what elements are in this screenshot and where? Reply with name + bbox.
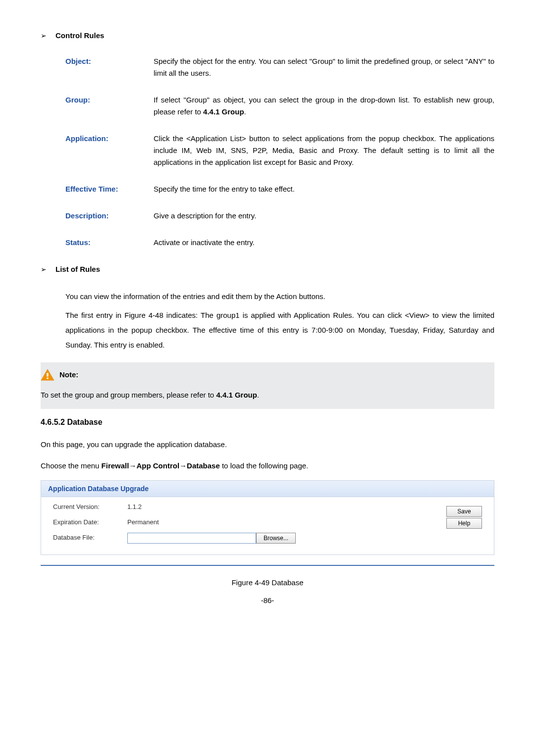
desc-status: Activate or inactivate the entry. xyxy=(154,237,494,249)
warning-icon xyxy=(41,368,54,381)
section-title: List of Rules xyxy=(55,263,100,275)
body2-bold: Firewall→App Control→Database xyxy=(102,461,220,470)
body-text-2: Choose the menu Firewall→App Control→Dat… xyxy=(41,459,494,472)
expiration-label: Expiration Date: xyxy=(53,517,127,528)
panel-body: Current Version: 1.1.2 Expiration Date: … xyxy=(41,497,494,554)
definition-row: Application: Click the <Application List… xyxy=(65,133,494,168)
note-box: Note: To set the group and group members… xyxy=(41,362,494,409)
note-label: Note: xyxy=(59,369,78,381)
help-button[interactable]: Help xyxy=(446,518,482,529)
upgrade-panel: Application Database Upgrade Current Ver… xyxy=(41,480,494,555)
panel-row-version: Current Version: 1.1.2 xyxy=(53,502,446,512)
definition-row: Status: Activate or inactivate the entry… xyxy=(65,237,494,249)
note-text-bold: 4.4.1 Group xyxy=(216,391,257,399)
desc-group-post: . xyxy=(244,107,246,116)
panel-row-expiration: Expiration Date: Permanent xyxy=(53,517,446,528)
save-button[interactable]: Save xyxy=(446,506,482,517)
svg-rect-1 xyxy=(47,378,48,379)
section-title: Control Rules xyxy=(55,30,104,42)
body2-post: to load the following page. xyxy=(220,461,308,470)
desc-effective-time: Specify the time for the entry to take e… xyxy=(154,183,494,195)
term-status: Status: xyxy=(65,237,154,249)
term-application: Application: xyxy=(65,133,154,168)
version-value: 1.1.2 xyxy=(127,502,446,512)
desc-description: Give a description for the entry. xyxy=(154,210,494,222)
note-text-post: . xyxy=(257,391,259,399)
list-rules-para2: The first entry in Figure 4-48 indicates… xyxy=(65,308,494,353)
panel-header: Application Database Upgrade xyxy=(41,481,494,497)
note-header: Note: xyxy=(41,368,494,381)
term-object: Object: xyxy=(65,55,154,79)
desc-object: Specify the object for the entry. You ca… xyxy=(154,55,494,79)
definition-list: Object: Specify the object for the entry… xyxy=(65,55,494,249)
file-label: Database File: xyxy=(53,533,127,543)
desc-application: Click the <Application List> button to s… xyxy=(154,133,494,168)
desc-group: If select "Group" as object, you can sel… xyxy=(154,94,494,118)
panel-left: Current Version: 1.1.2 Expiration Date: … xyxy=(53,502,446,549)
note-text-pre: To set the group and group members, plea… xyxy=(41,391,216,399)
panel-right: Save Help xyxy=(446,502,482,549)
page-number: -86- xyxy=(41,595,494,606)
heading-database: 4.6.5.2 Database xyxy=(41,416,494,429)
browse-button[interactable]: Browse... xyxy=(256,533,296,544)
section-header-control-rules: ➢ Control Rules xyxy=(41,30,494,42)
expiration-value: Permanent xyxy=(127,517,446,528)
note-text: To set the group and group members, plea… xyxy=(41,389,494,401)
term-group: Group: xyxy=(65,94,154,118)
term-effective-time: Effective Time: xyxy=(65,183,154,195)
figure-caption: Figure 4-49 Database xyxy=(41,577,494,589)
triangle-bullet-icon: ➢ xyxy=(41,30,47,41)
panel-row-file: Database File: Browse... xyxy=(53,533,446,544)
triangle-bullet-icon: ➢ xyxy=(41,264,47,275)
definition-row: Object: Specify the object for the entry… xyxy=(65,55,494,79)
version-label: Current Version: xyxy=(53,502,127,512)
definition-row: Description: Give a description for the … xyxy=(65,210,494,222)
term-description: Description: xyxy=(65,210,154,222)
file-input-wrap: Browse... xyxy=(127,533,296,544)
database-file-input[interactable] xyxy=(127,533,256,544)
body2-pre: Choose the menu xyxy=(41,461,102,470)
definition-row: Group: If select "Group" as object, you … xyxy=(65,94,494,118)
list-rules-para1: You can view the information of the entr… xyxy=(65,289,494,304)
svg-rect-0 xyxy=(47,373,48,376)
definition-row: Effective Time: Specify the time for the… xyxy=(65,183,494,195)
desc-group-bold: 4.4.1 Group xyxy=(203,107,244,116)
divider-line xyxy=(41,565,494,566)
body-text-1: On this page, you can upgrade the applic… xyxy=(41,438,494,451)
section-header-list-of-rules: ➢ List of Rules xyxy=(41,263,494,275)
